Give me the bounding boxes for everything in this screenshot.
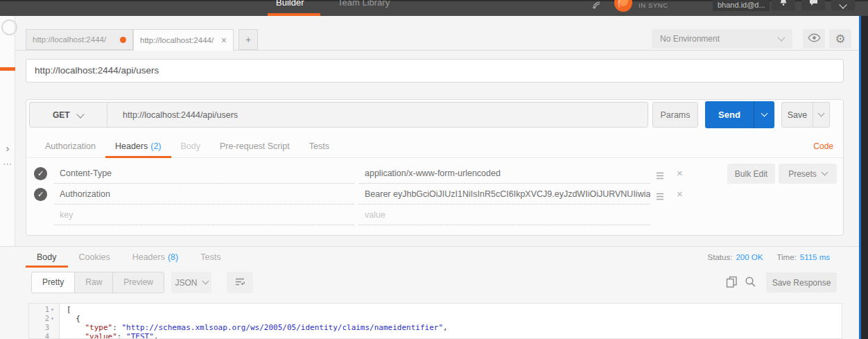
close-tab-icon[interactable]: × <box>221 35 227 46</box>
tab-tests[interactable]: Tests <box>300 134 339 157</box>
tab-authorization[interactable]: Authorization <box>35 134 105 157</box>
response-tab-tests[interactable]: Tests <box>189 247 232 268</box>
unsaved-dot-icon <box>120 37 126 43</box>
header-value-cell[interactable]: application/x-www-form-urlencoded <box>359 164 650 184</box>
language-selector[interactable]: JSON <box>171 272 211 293</box>
save-split-button: Save <box>781 102 830 128</box>
code-line: [ <box>67 305 842 314</box>
header-key-cell[interactable]: Content-Type <box>54 164 354 184</box>
search-icon[interactable] <box>745 276 756 290</box>
line-number: 4 <box>45 332 49 339</box>
wrap-text-icon <box>234 277 246 289</box>
desktop-background-strip <box>861 16 868 339</box>
response-body-editor[interactable]: 1▾ 2▾ 3 4 [ { "type": "http://schemas.xm… <box>28 303 842 339</box>
fold-icon[interactable]: ▾ <box>51 305 57 314</box>
sidebar-expand-toggle[interactable]: › <box>0 142 15 154</box>
save-options-button[interactable] <box>813 102 830 128</box>
nav-tab-builder[interactable]: Builder <box>276 0 304 8</box>
time-value: 5115 ms <box>800 253 830 261</box>
header-row-2: ✓ Authorization Bearer eyJhbGciOiJIUzI1N… <box>26 184 843 205</box>
headers-count-badge: (2) <box>150 141 161 151</box>
status-label: Status: <box>708 253 733 261</box>
method-selector[interactable]: GET <box>30 103 107 127</box>
copy-icon[interactable] <box>726 276 738 290</box>
request-tab-1[interactable]: http://localhost:2444/ <box>26 29 133 50</box>
save-response-button[interactable]: Save Response <box>766 272 837 293</box>
postman-window: Builder Team Library IN SYNC bhand.id@d.… <box>0 0 868 339</box>
feedback-button[interactable] <box>801 0 825 10</box>
chat-icon <box>809 0 818 9</box>
line-number: 2 <box>45 314 49 323</box>
environment-selector-value: No Environment <box>660 34 720 44</box>
remove-row-icon[interactable]: × <box>677 167 683 179</box>
generate-code-link[interactable]: Code <box>813 134 833 158</box>
eye-icon <box>808 33 821 45</box>
header-enabled-checkbox[interactable]: ✓ <box>34 188 47 201</box>
view-preview-button[interactable]: Preview <box>113 272 164 293</box>
builder-active-underline <box>268 13 320 16</box>
row-drag-menu-icon[interactable] <box>656 191 664 203</box>
settings-button[interactable]: ⚙ <box>829 29 851 49</box>
params-button[interactable]: Params <box>652 102 698 128</box>
send-options-button[interactable] <box>754 101 774 128</box>
tab-headers[interactable]: Headers (2) <box>105 134 171 157</box>
code-line: "value": "TEST", <box>67 332 842 339</box>
view-raw-button[interactable]: Raw <box>75 272 113 293</box>
time-label: Time: <box>776 253 796 261</box>
send-button[interactable]: Send <box>705 101 754 128</box>
response-tab-body[interactable]: Body <box>26 247 68 268</box>
request-builder-panel: GET http://localhost:2444/api/users Para… <box>26 99 844 236</box>
fold-icon[interactable]: ▾ <box>51 314 57 323</box>
request-tab-title: http://localhost:2444/ <box>33 35 106 44</box>
request-url-input[interactable]: http://localhost:2444/api/users <box>107 103 648 127</box>
response-headers-label: Headers <box>132 252 165 262</box>
send-split-button: Send <box>705 101 774 128</box>
sidebar-circle-icon <box>1 19 17 35</box>
line-number: 1 <box>45 305 49 314</box>
nav-tab-team-library[interactable]: Team Library <box>338 0 390 8</box>
header-key-cell[interactable]: Authorization <box>54 184 354 205</box>
view-pretty-button[interactable]: Pretty <box>32 272 75 293</box>
editor-code: [ { "type": "http://schemas.xmlsoap.org/… <box>60 304 842 338</box>
header-value-input-placeholder[interactable]: value <box>359 205 650 225</box>
user-dropdown-button[interactable] <box>831 0 855 10</box>
response-tab-headers[interactable]: Headers (8) <box>121 247 190 268</box>
postman-logo <box>614 0 632 12</box>
new-tab-button[interactable]: + <box>238 29 258 50</box>
header-key-input-placeholder[interactable]: key <box>54 205 354 225</box>
request-tab-title: http://localhost:2444/ <box>140 36 214 44</box>
notifications-button[interactable] <box>772 0 795 10</box>
save-button[interactable]: Save <box>781 102 813 128</box>
code-line: { <box>67 314 842 323</box>
tab-body[interactable]: Body <box>171 134 211 157</box>
code-line: "type": "http://schemas.xmlsoap.org/ws/2… <box>67 323 842 332</box>
header-enabled-checkbox[interactable]: ✓ <box>34 167 47 180</box>
header-value-cell[interactable]: Bearer eyJhbGciOiJIUzI1NiIsInR5cCI6IkpXV… <box>359 184 650 205</box>
tab-prerequest-script[interactable]: Pre-request Script <box>210 134 300 157</box>
gear-icon: ⚙ <box>835 33 845 45</box>
bulk-edit-button[interactable]: Bulk Edit <box>727 164 775 184</box>
sidebar-more-icon[interactable]: ⋯ <box>0 159 15 169</box>
row-drag-menu-icon[interactable] <box>656 170 664 182</box>
environment-quicklook-button[interactable] <box>803 29 825 49</box>
response-meta: Status: 200 OK Time: 5115 ms <box>708 247 830 268</box>
chevron-down-icon <box>777 33 785 41</box>
headers-editor: ✓ Content-Type application/x-www-form-ur… <box>26 164 843 226</box>
response-toolbar: Pretty Raw Preview JSON Save Response <box>0 270 859 297</box>
chevron-down-icon <box>76 110 84 118</box>
header-row-new: key value <box>26 205 843 226</box>
chevron-down-icon <box>821 169 828 176</box>
response-tab-cookies[interactable]: Cookies <box>68 247 121 268</box>
chevron-down-icon <box>761 110 768 117</box>
request-editor-tabs: Authorization Headers (2) Body Pre-reque… <box>26 134 843 158</box>
presets-button[interactable]: Presets <box>779 164 837 184</box>
remove-row-icon[interactable]: × <box>677 188 683 200</box>
user-account-menu[interactable]: bhand.id@d... <box>713 0 770 11</box>
request-url-display[interactable]: http://localhost:2444/api/users <box>26 59 844 82</box>
response-headers-count-badge: (8) <box>168 252 178 262</box>
request-tab-2-active[interactable]: http://localhost:2444/ × <box>133 29 234 51</box>
environment-selector[interactable]: No Environment <box>652 29 792 49</box>
editor-line-numbers: 1▾ 2▾ 3 4 <box>29 304 60 338</box>
wrap-text-button[interactable] <box>227 272 253 293</box>
app-main: › ⋯ http://localhost:2444/ http://localh… <box>0 16 859 339</box>
